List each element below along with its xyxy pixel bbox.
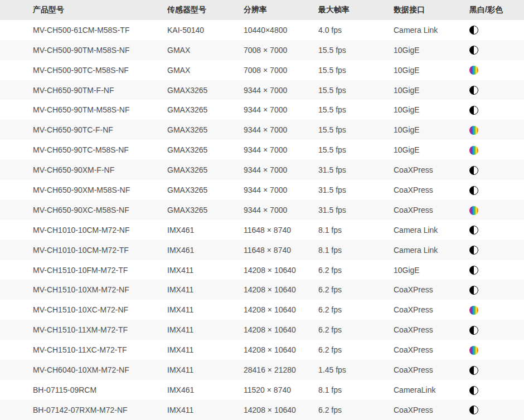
cell-product-model: MV-CH1510-10XC-M72-NF bbox=[0, 305, 167, 314]
cell-resolution: 14208 × 10640 bbox=[244, 325, 318, 334]
cell-product-model: MV-CH500-61CM-M58S-TF bbox=[0, 26, 167, 35]
header-sensor-model: 传感器型号 bbox=[167, 5, 244, 15]
table-row: BH-07142-07RXM-M72-NF IMX411 14208 × 106… bbox=[0, 400, 524, 420]
cell-max-framerate: 6.2 fps bbox=[318, 345, 394, 354]
mono-icon bbox=[469, 106, 478, 115]
mode-icon-cell bbox=[469, 25, 524, 35]
mode-icon-cell bbox=[469, 185, 524, 194]
mono-icon bbox=[469, 286, 478, 295]
cell-product-model: MV-CH650-90XM-F-NF bbox=[0, 165, 167, 174]
cell-max-framerate: 6.2 fps bbox=[318, 406, 394, 414]
table-row: MV-CH650-90TC-F-NF GMAX3265 9344 × 7000 … bbox=[0, 120, 524, 140]
cell-resolution: 9344 × 7000 bbox=[244, 185, 318, 194]
cell-product-model: MV-CH1510-10XM-M72-NF bbox=[0, 285, 167, 294]
table-row: MV-CH1010-10CM-M72-NF IMX461 11648 × 874… bbox=[0, 220, 524, 240]
table-row: MV-CH650-90XM-F-NF GMAX3265 9344 × 7000 … bbox=[0, 160, 524, 180]
cell-product-model: MV-CH1510-11XC-M72-TF bbox=[0, 345, 167, 354]
cell-resolution: 7008 × 7000 bbox=[244, 46, 318, 55]
cell-max-framerate: 15.5 fps bbox=[318, 105, 394, 114]
cell-product-model: MV-CH1010-10CM-M72-TF bbox=[0, 246, 167, 255]
mono-icon bbox=[469, 406, 478, 414]
cell-sensor-model: IMX461 bbox=[167, 246, 244, 255]
cell-product-model: BH-07142-07RXM-M72-NF bbox=[0, 406, 167, 414]
cell-data-interface: 10GigE bbox=[394, 266, 469, 275]
cell-sensor-model: IMX411 bbox=[167, 266, 244, 275]
cell-data-interface: 10GigE bbox=[394, 105, 469, 114]
header-resolution: 分辨率 bbox=[244, 5, 318, 15]
cell-max-framerate: 8.1 fps bbox=[318, 385, 394, 394]
cell-max-framerate: 6.2 fps bbox=[318, 305, 394, 314]
cell-product-model: MV-CH650-90TM-F-NF bbox=[0, 86, 167, 95]
mode-icon-cell bbox=[469, 45, 524, 55]
cell-product-model: MV-CH1010-10CM-M72-NF bbox=[0, 226, 167, 235]
color-icon bbox=[469, 306, 478, 315]
cell-sensor-model: IMX411 bbox=[167, 365, 244, 374]
table-row: MV-CH650-90TC-M58S-NF GMAX3265 9344 × 70… bbox=[0, 140, 524, 160]
cell-resolution: 7008 × 7000 bbox=[244, 66, 318, 75]
cell-data-interface: Camera Link bbox=[394, 246, 469, 255]
table-header-row: 产品型号 传感器型号 分辨率 最大帧率 数据接口 黑白/彩色 bbox=[0, 0, 524, 20]
cell-sensor-model: GMAX3265 bbox=[167, 185, 244, 194]
table-row: MV-CH650-90TM-F-NF GMAX3265 9344 × 7000 … bbox=[0, 80, 524, 100]
table-row: MV-CH500-90TC-M58S-NF GMAX 7008 × 7000 1… bbox=[0, 60, 524, 80]
cell-data-interface: CoaXPress bbox=[394, 365, 469, 374]
cell-max-framerate: 31.5 fps bbox=[318, 185, 394, 194]
color-icon bbox=[469, 206, 478, 215]
mono-icon bbox=[469, 46, 478, 55]
mode-icon-cell bbox=[469, 125, 524, 135]
cell-max-framerate: 15.5 fps bbox=[318, 125, 394, 134]
cell-resolution: 14208 × 10640 bbox=[244, 305, 318, 314]
camera-spec-table: 产品型号 传感器型号 分辨率 最大帧率 数据接口 黑白/彩色 MV-CH500-… bbox=[0, 0, 524, 420]
cell-sensor-model: GMAX bbox=[167, 66, 244, 75]
mode-icon-cell bbox=[469, 225, 524, 235]
table-row: MV-CH1510-11XC-M72-TF IMX411 14208 × 106… bbox=[0, 340, 524, 360]
cell-sensor-model: IMX461 bbox=[167, 226, 244, 235]
cell-product-model: MV-CH650-90TC-M58S-NF bbox=[0, 145, 167, 154]
cell-sensor-model: IMX461 bbox=[167, 385, 244, 394]
table-row: BH-07115-09RCM IMX461 11520 × 8740 8.1 f… bbox=[0, 380, 524, 400]
cell-data-interface: Camera Link bbox=[394, 226, 469, 235]
cell-product-model: MV-CH500-90TM-M58S-NF bbox=[0, 46, 167, 55]
table-row: MV-CH1510-10XC-M72-NF IMX411 14208 × 106… bbox=[0, 300, 524, 320]
mode-icon-cell bbox=[469, 85, 524, 95]
cell-max-framerate: 6.2 fps bbox=[318, 285, 394, 294]
cell-product-model: MV-CH1510-10FM-M72-TF bbox=[0, 266, 167, 275]
mode-icon-cell bbox=[469, 325, 524, 335]
cell-data-interface: 10GigE bbox=[394, 86, 469, 95]
mode-icon-cell bbox=[469, 145, 524, 155]
cell-sensor-model: GMAX3265 bbox=[167, 86, 244, 95]
cell-data-interface: 10GigE bbox=[394, 66, 469, 75]
table-row: MV-CH500-61CM-M58S-TF KAI-50140 10440×48… bbox=[0, 20, 524, 40]
cell-data-interface: CoaXPress bbox=[394, 305, 469, 314]
mode-icon-cell bbox=[469, 385, 524, 394]
mode-icon-cell bbox=[469, 245, 524, 255]
header-max-framerate: 最大帧率 bbox=[318, 5, 394, 15]
cell-data-interface: CoaXPress bbox=[394, 325, 469, 334]
mono-icon bbox=[469, 326, 478, 335]
table-row: MV-CH650-90XM-M58S-NF GMAX3265 9344 × 70… bbox=[0, 180, 524, 200]
cell-sensor-model: GMAX3265 bbox=[167, 105, 244, 114]
cell-resolution: 9344 × 7000 bbox=[244, 86, 318, 95]
mode-icon-cell bbox=[469, 105, 524, 115]
cell-sensor-model: IMX411 bbox=[167, 325, 244, 334]
cell-max-framerate: 1.45 fps bbox=[318, 365, 394, 374]
mode-icon-cell bbox=[469, 405, 524, 414]
cell-max-framerate: 31.5 fps bbox=[318, 165, 394, 174]
cell-product-model: MV-CH500-90TC-M58S-NF bbox=[0, 66, 167, 75]
cell-sensor-model: GMAX3265 bbox=[167, 206, 244, 214]
mode-icon-cell bbox=[469, 205, 524, 214]
cell-product-model: MV-CH650-90XM-M58S-NF bbox=[0, 185, 167, 194]
table-row: MV-CH1510-11XM-M72-TF IMX411 14208 × 106… bbox=[0, 320, 524, 340]
cell-resolution: 9344 × 7000 bbox=[244, 145, 318, 154]
cell-resolution: 11648 × 8740 bbox=[244, 246, 318, 255]
mode-icon-cell bbox=[469, 165, 524, 174]
cell-product-model: MV-CH6040-10XM-M72-NF bbox=[0, 365, 167, 374]
cell-resolution: 14208 × 10640 bbox=[244, 406, 318, 414]
cell-data-interface: CoaXPress bbox=[394, 345, 469, 354]
table-row: MV-CH1510-10FM-M72-TF IMX411 14208 × 106… bbox=[0, 260, 524, 280]
mono-icon bbox=[469, 186, 478, 195]
cell-resolution: 9344 × 7000 bbox=[244, 125, 318, 134]
cell-sensor-model: GMAX3265 bbox=[167, 145, 244, 154]
cell-data-interface: 10GigE bbox=[394, 125, 469, 134]
mode-icon-cell bbox=[469, 305, 524, 315]
